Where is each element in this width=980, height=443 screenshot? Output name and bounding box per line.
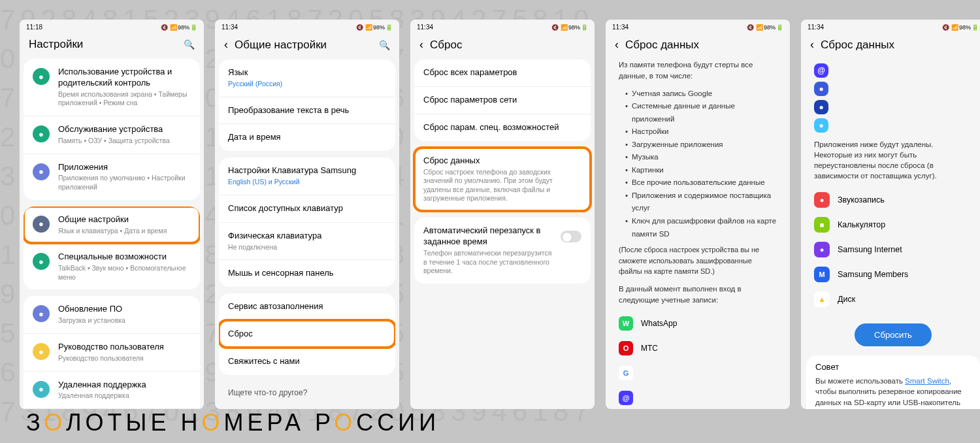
header: ‹ Сброс данных — [801, 33, 980, 59]
settings-item-subtitle: Приложения по умолчанию • Настройки прил… — [58, 174, 191, 191]
settings-item-subtitle: Не подключена — [228, 243, 386, 252]
reset-data-item[interactable]: Сброс данных Сброс настроек телефона до … — [414, 148, 591, 211]
app-item: ● Samsung Internet — [805, 237, 980, 262]
watermark-logo: ЗОЛОТЫЕ НОМЕРА РОССИИ — [26, 409, 440, 436]
tip-title: Совет — [806, 355, 980, 376]
bullet-item: Музыка — [625, 151, 777, 164]
settings-item[interactable]: ● Обновление ПО Загрузка и установка — [24, 296, 200, 333]
settings-item[interactable]: ● Использование устройства и родительски… — [24, 59, 200, 116]
app-name: Samsung Internet — [838, 245, 902, 254]
settings-item-subtitle: TalkBack • Звук моно • Вспомогательное м… — [58, 264, 191, 282]
back-icon[interactable]: ‹ — [615, 38, 619, 52]
app-icon: ▲ — [814, 291, 830, 307]
back-icon[interactable]: ‹ — [224, 38, 228, 52]
status-icons: 🔇 📶 98%🔋 — [551, 24, 588, 31]
settings-item[interactable]: ● Обслуживание устройства Память • ОЗУ •… — [24, 116, 200, 154]
settings-item[interactable]: Список доступных клавиатур — [219, 195, 395, 222]
settings-item[interactable]: ● Приложения Приложения по умолчанию • Н… — [24, 154, 200, 200]
header: ‹ Сброс данных — [606, 33, 790, 59]
app-icon: ■ — [814, 217, 830, 233]
search-icon[interactable]: 🔍 — [379, 40, 390, 50]
settings-item[interactable]: Сброс всех параметров — [414, 59, 591, 86]
bullet-item: Ключ для расшифровки файлов на карте пам… — [625, 215, 777, 240]
settings-item-subtitle: English (US) и Русский — [228, 178, 386, 187]
settings-item[interactable]: Мышь и сенсорная панель — [219, 259, 395, 287]
phone-4-reset-data: 11:34 🔇 📶 98%🔋 ‹ Сброс данных Из памяти … — [606, 20, 790, 409]
toggle-switch[interactable] — [561, 231, 581, 242]
status-time: 11:34 — [612, 24, 629, 31]
settings-item[interactable]: ● Специальные возможности TalkBack • Зву… — [24, 243, 200, 289]
settings-item-title: Использование устройства и родительский … — [58, 67, 191, 89]
settings-item-icon: ● — [33, 381, 50, 398]
app-name: Samsung Members — [838, 270, 908, 279]
settings-item-title: Сброс всех параметров — [423, 67, 581, 78]
footer-text: Ищете что-то другое? — [219, 382, 395, 404]
intro-text: Из памяти телефона будут стерты все данн… — [610, 59, 786, 88]
app-item: ▲ Диск — [805, 287, 980, 312]
account-icon: @ — [619, 391, 633, 405]
settings-item[interactable]: Сброс парам. спец. возможностей — [414, 114, 591, 141]
settings-item[interactable]: Язык Русский (Россия) — [219, 59, 395, 97]
back-icon[interactable]: ‹ — [810, 38, 814, 52]
status-icons: 🔇 📶 98%🔋 — [356, 24, 393, 31]
app-item: M Samsung Members — [805, 262, 980, 287]
account-icon: G — [619, 366, 633, 380]
content: @●●●Приложения ниже будут удалены. Некот… — [801, 59, 980, 409]
account-icon: ● — [814, 100, 828, 114]
settings-item-title: Сброс параметров сети — [423, 95, 581, 106]
account-name: МТС — [641, 344, 658, 353]
settings-item-icon: ● — [33, 343, 50, 360]
bullet-item: Учетная запись Google — [625, 88, 777, 101]
status-bar: 11:34 🔇 📶 98%🔋 — [606, 20, 790, 33]
settings-item-title: Удаленная поддержка — [58, 380, 191, 391]
bullet-item: Настройки — [625, 125, 777, 139]
page-title: Общие настройки — [235, 39, 372, 52]
page-title: Сброс данных — [821, 39, 976, 52]
settings-item[interactable]: Дата и время — [219, 123, 395, 151]
phone-1-settings: 11:18 🔇 📶 98%🔋 Настройки 🔍 ● Использован… — [20, 20, 204, 409]
status-bar: 11:34 🔇 📶 98%🔋 — [410, 20, 595, 33]
app-name: Звукозапись — [838, 195, 885, 205]
smart-switch-link[interactable]: Smart Switch — [905, 377, 949, 385]
settings-item-title: Обновление ПО — [58, 304, 191, 315]
app-icon: M — [814, 267, 830, 282]
settings-item[interactable]: Сброс — [219, 320, 395, 348]
settings-item-title: Сброс данных — [423, 156, 581, 167]
auto-restart-item[interactable]: Автоматический перезапуск в заданное вре… — [414, 218, 591, 284]
settings-item[interactable]: ● Общие настройки Язык и клавиатура • Да… — [24, 206, 200, 244]
settings-item-title: Обслуживание устройства — [58, 124, 191, 135]
status-icons: 🔇 📶 98%🔋 — [161, 24, 197, 31]
settings-item[interactable]: Преобразование текста в речь — [219, 97, 395, 124]
status-time: 11:34 — [221, 24, 238, 31]
settings-item-icon: ● — [33, 216, 50, 233]
settings-item[interactable]: Свяжитесь с нами — [219, 348, 395, 375]
settings-item[interactable]: ● Руководство пользователя Руководство п… — [24, 333, 200, 371]
settings-item[interactable]: Сброс параметров сети — [414, 86, 591, 114]
app-icon: ● — [814, 192, 830, 208]
settings-item-icon: ● — [33, 305, 50, 322]
search-icon[interactable]: 🔍 — [184, 39, 195, 50]
reset-button[interactable]: Сбросить — [855, 323, 932, 346]
content: Язык Русский (Россия) Преобразование тек… — [215, 59, 399, 409]
content: Из памяти телефона будут стерты все данн… — [606, 59, 790, 409]
account-item: W WhatsApp — [610, 311, 786, 336]
settings-item-title: Преобразование текста в речь — [228, 105, 386, 116]
settings-item[interactable]: Физическая клавиатура Не подключена — [219, 222, 395, 260]
back-icon[interactable]: ‹ — [419, 38, 423, 52]
settings-item-subtitle: Телефон автоматически перезагрузится в т… — [423, 249, 554, 276]
account-item: O МТС — [610, 336, 786, 361]
app-item: ■ Калькулятор — [805, 212, 980, 237]
page-title: Настройки — [29, 38, 177, 51]
settings-item[interactable]: Настройки Клавиатура Samsung English (US… — [219, 157, 395, 195]
status-time: 11:18 — [26, 24, 42, 31]
settings-item-title: Настройки Клавиатура Samsung — [228, 165, 386, 176]
settings-item[interactable]: ● Удаленная поддержка Удаленная поддержк… — [24, 371, 200, 409]
status-time: 11:34 — [417, 24, 433, 31]
app-item: ● Звукозапись — [805, 188, 980, 212]
bullet-item: Приложения и содержимое поставщика услуг — [625, 189, 777, 215]
app-name: Калькулятор — [838, 220, 885, 229]
settings-item[interactable]: Сервис автозаполнения — [219, 293, 395, 320]
sd-note: (После сброса настроек устройства вы не … — [610, 244, 786, 284]
settings-item-icon: ● — [33, 163, 50, 180]
settings-item-title: Сброс — [228, 329, 386, 340]
